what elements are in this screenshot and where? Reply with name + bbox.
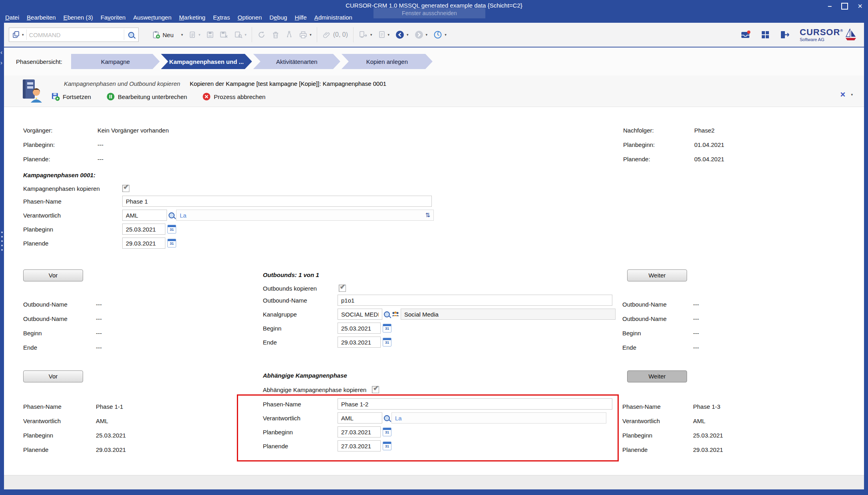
menu-ebenen[interactable]: Ebenen (3) bbox=[64, 14, 93, 21]
menu-debug[interactable]: Debug bbox=[270, 14, 287, 21]
tab-kampagne[interactable]: Kampagne bbox=[71, 54, 160, 69]
phase-resp-code-input[interactable] bbox=[122, 210, 167, 221]
apps-grid-icon[interactable] bbox=[761, 30, 770, 40]
chevron-down-icon: ▾ bbox=[407, 33, 409, 37]
phase-end-input[interactable] bbox=[122, 238, 165, 249]
abort-process-button[interactable]: Prozess abbrechen bbox=[202, 92, 265, 101]
outbound-next-button[interactable]: Weiter bbox=[627, 269, 687, 281]
relations-button[interactable] bbox=[282, 27, 296, 43]
panel-expand-right-icon[interactable]: › bbox=[0, 60, 2, 65]
calendar-icon[interactable]: 31 bbox=[383, 442, 391, 450]
pause-editing-button[interactable]: Bearbeitung unterbrechen bbox=[106, 92, 187, 101]
new-button[interactable]: Neu ▾ bbox=[149, 27, 186, 43]
dependent-name-input[interactable] bbox=[338, 398, 612, 410]
prev-outbound-begin-value: --- bbox=[96, 330, 102, 337]
paperclip-icon bbox=[322, 30, 331, 39]
menu-favoriten[interactable]: Favoriten bbox=[101, 14, 126, 21]
phase-begin-input[interactable] bbox=[122, 224, 165, 235]
navigate-forward-button[interactable]: ▾ bbox=[411, 27, 431, 43]
dependent-end-input[interactable] bbox=[338, 440, 381, 451]
chevron-down-icon: ▾ bbox=[181, 33, 183, 37]
tab-kopien-anlegen[interactable]: Kopien anlegen bbox=[342, 54, 433, 69]
menu-administration[interactable]: Administration bbox=[314, 14, 352, 21]
next-outbound-name-value: --- bbox=[693, 301, 699, 308]
planende-label: Planende: bbox=[23, 156, 97, 162]
window-selector-button[interactable]: ▾ bbox=[9, 28, 26, 42]
menu-marketing[interactable]: Marketing bbox=[179, 14, 205, 21]
minimize-icon[interactable]: – bbox=[828, 4, 832, 8]
menu-optionen[interactable]: Optionen bbox=[238, 14, 262, 21]
report-button[interactable]: ▾ bbox=[375, 27, 393, 43]
lookup-search-icon[interactable] bbox=[384, 311, 390, 317]
tab-aktivitaetenarten[interactable]: Aktivitätenarten bbox=[253, 54, 340, 69]
refresh-button[interactable] bbox=[254, 27, 269, 43]
maximize-icon[interactable] bbox=[841, 3, 848, 10]
history-button[interactable]: ▾ bbox=[430, 27, 449, 43]
close-process-icon[interactable]: × bbox=[840, 91, 846, 99]
save-button[interactable] bbox=[203, 27, 217, 43]
menu-auswertungen[interactable]: Auswertungen bbox=[133, 14, 171, 21]
nachfolger-label: Nachfolger: bbox=[623, 127, 694, 134]
new-button-label: Neu bbox=[163, 32, 174, 38]
phase-copy-label: Kampagnenphasen kopieren bbox=[23, 185, 122, 192]
refresh-icon bbox=[257, 30, 266, 39]
command-input[interactable] bbox=[27, 32, 124, 38]
process-flow-title: Kampagnenphasen und Outbound kopieren bbox=[64, 80, 180, 87]
lookup-search-icon[interactable] bbox=[169, 212, 175, 218]
inbox-notification-icon[interactable] bbox=[741, 30, 751, 40]
print-button[interactable]: ▾ bbox=[296, 27, 314, 43]
calendar-icon[interactable]: 31 bbox=[383, 338, 391, 346]
sort-toggle-icon[interactable]: ⇅ bbox=[425, 212, 430, 219]
attachments-button[interactable]: (0, 0) bbox=[320, 27, 351, 43]
calendar-icon[interactable]: 31 bbox=[167, 239, 176, 248]
delete-button[interactable] bbox=[269, 27, 282, 43]
menu-hilfe[interactable]: Hilfe bbox=[295, 14, 307, 21]
menu-bearbeiten[interactable]: Bearbeiten bbox=[27, 14, 56, 21]
chevron-down-icon: ▾ bbox=[245, 33, 247, 37]
outbound-name-input[interactable] bbox=[338, 295, 612, 306]
outbound-copy-checkbox[interactable]: ✔ bbox=[339, 285, 346, 292]
phase-name-input[interactable] bbox=[122, 196, 432, 207]
continue-button[interactable]: Fortsetzen bbox=[51, 92, 91, 101]
phase-copy-checkbox[interactable]: ✔ bbox=[122, 185, 129, 192]
prev-outbound-name2-label: Outbound-Name bbox=[23, 315, 96, 322]
panel-drag-handle[interactable] bbox=[1, 232, 3, 251]
phase-tabs: Kampagne Kampagnenphasen und ... Aktivit… bbox=[71, 54, 434, 69]
next-outbound-end-value: --- bbox=[693, 344, 699, 351]
command-search-button[interactable] bbox=[124, 28, 138, 42]
prev-outbound-name-value: --- bbox=[96, 301, 102, 308]
document-search-icon bbox=[234, 31, 243, 39]
prev-phase-end-value: 29.03.2021 bbox=[96, 446, 126, 453]
chevron-down-icon[interactable]: ▾ bbox=[851, 93, 853, 97]
calendar-icon[interactable]: 31 bbox=[383, 324, 391, 333]
dependent-resp-code-input[interactable] bbox=[338, 412, 382, 424]
window-border-bottom bbox=[0, 489, 868, 495]
search-records-button[interactable]: ▾ bbox=[231, 27, 250, 43]
dependent-begin-input[interactable] bbox=[338, 426, 381, 438]
outbound-end-input[interactable] bbox=[338, 337, 381, 348]
document-add-icon bbox=[189, 31, 197, 39]
tab-kampagnenphasen[interactable]: Kampagnenphasen und ... bbox=[161, 54, 252, 69]
kanalgruppe-code-input[interactable] bbox=[338, 309, 382, 320]
outbound-begin-input[interactable] bbox=[338, 323, 381, 334]
outbound-prev-button[interactable]: Vor bbox=[23, 269, 83, 281]
dependent-copy-checkbox[interactable]: ✔ bbox=[372, 386, 379, 393]
next-phase-resp-label: Verantwortlich bbox=[622, 418, 693, 424]
channel-group-icon bbox=[391, 311, 399, 317]
discard-changes-button[interactable] bbox=[217, 27, 231, 43]
panel-collapse-left-icon[interactable]: ‹ bbox=[0, 50, 2, 55]
menu-datei[interactable]: Datei bbox=[5, 14, 19, 21]
calendar-icon[interactable]: 31 bbox=[167, 225, 176, 234]
export-button[interactable]: ▾ bbox=[356, 27, 375, 43]
calendar-icon[interactable]: 31 bbox=[383, 428, 391, 436]
prev-phase-resp-value: AML bbox=[96, 418, 108, 424]
dependent-next-button[interactable]: Weiter bbox=[627, 370, 687, 382]
close-icon[interactable]: × bbox=[858, 2, 862, 10]
dependent-prev-button[interactable]: Vor bbox=[23, 370, 83, 382]
navigate-back-button[interactable]: ▾ bbox=[392, 27, 411, 43]
logout-icon[interactable] bbox=[780, 30, 790, 40]
dependent-name-label: Phasen-Name bbox=[263, 401, 338, 408]
lookup-search-icon[interactable] bbox=[384, 415, 390, 421]
copy-record-button[interactable]: ▾ bbox=[186, 27, 203, 43]
menu-extras[interactable]: Extras bbox=[213, 14, 230, 21]
